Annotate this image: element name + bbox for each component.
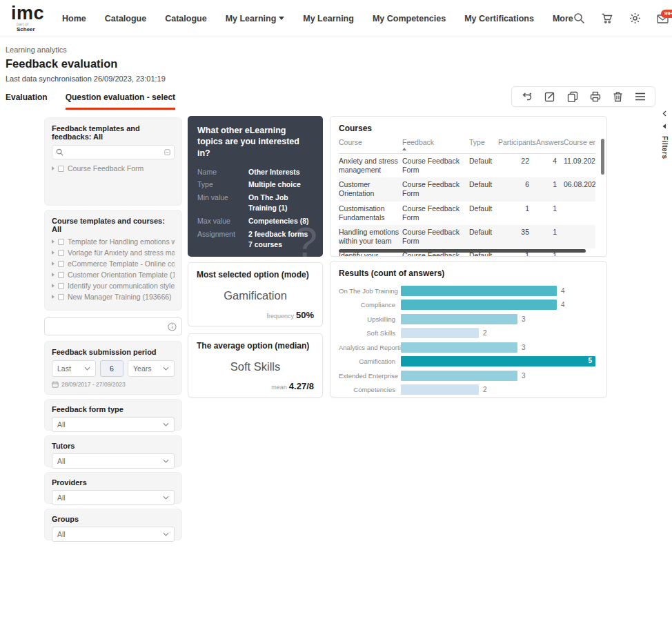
menu-icon[interactable] [635,92,646,101]
bar[interactable]: 5 [401,356,595,366]
value-label: 2 [483,329,487,337]
nav-item-more[interactable]: More [553,14,573,23]
print-icon[interactable] [590,91,601,102]
checkbox[interactable] [58,261,64,267]
checkbox[interactable] [58,272,64,278]
period-controls: Last Years [52,360,175,377]
expand-caret-icon[interactable] [52,262,55,266]
tab-question-evaluation[interactable]: Question evaluation - select [66,92,175,110]
sync-info: Last data synchronisation 26/09/2023, 23… [6,75,166,83]
nav-item-home[interactable]: Home [62,14,86,23]
tab-evaluation[interactable]: Evaluation [6,92,48,110]
expand-caret-icon[interactable] [52,284,55,288]
search-input[interactable] [63,148,164,156]
expand-caret-icon[interactable] [52,295,55,299]
field-name: NameOther Interests [197,167,313,177]
value-label: 3 [522,315,526,323]
chart-row-compliance: Compliance4 [339,298,598,313]
bar[interactable] [401,342,517,353]
checkbox[interactable] [58,294,64,300]
bar[interactable] [401,286,557,296]
nav-item-my-competencies[interactable]: My Competencies [373,14,446,23]
info-icon[interactable] [168,322,177,331]
copy-icon[interactable] [567,91,578,102]
checkbox[interactable] [58,239,64,245]
breadcrumb[interactable]: Learning analytics [6,46,67,54]
column-header-answers[interactable]: Answers [536,137,564,154]
settings-gear-icon[interactable] [629,12,641,24]
table-cell: 1 [536,225,564,248]
mail-icon[interactable]: 99+ [657,14,669,23]
nav-item-my-learning[interactable]: My Learning [226,14,285,23]
column-header-course[interactable]: Course [339,137,402,154]
submission-period-panel: Feedback submission period Last Years 28… [44,341,182,395]
results-column: Courses CourseFeedbackTypeParticipantsAn… [330,116,607,398]
horizontal-scrollbar[interactable] [339,249,586,253]
table-row[interactable]: Customisation FundamentalsCourse Feedbac… [339,202,595,225]
filter-panel-tutors: TutorsAll [44,435,182,467]
expand-caret-icon[interactable] [52,166,55,170]
feedback-form-type-select[interactable]: All [52,417,175,432]
period-unit-select[interactable]: Years [128,360,175,377]
groups-select[interactable]: All [52,527,175,542]
period-mode-select[interactable]: Last [52,360,96,377]
table-row[interactable]: Anxiety and stress managementCourse Feed… [339,154,595,178]
bar[interactable] [401,300,557,310]
column-header-participants[interactable]: Participants [498,137,536,154]
tutors-select[interactable]: All [52,453,175,469]
tree-item[interactable]: New Manager Training (193666) [52,293,175,301]
filters-tab[interactable]: Filters [661,136,669,159]
search-icon[interactable] [573,12,585,24]
collapse-chevron-icon[interactable] [662,110,668,117]
table-cell: Default [469,225,498,248]
tree-item-label: Customer Orientation Template (1753... [68,271,175,279]
expand-caret-icon[interactable] [52,251,55,255]
cart-icon[interactable] [601,12,613,24]
tree-item[interactable]: Course Feedback Form [52,164,175,173]
table-cell: Course Feedback Form [402,154,469,178]
table-row[interactable]: Customer OrientationCourse Feedback Form… [339,177,595,201]
period-amount-input[interactable] [100,360,123,377]
category-label: On The Job Training [339,287,401,295]
nav-item-my-certifications[interactable]: My Certifications [464,14,534,23]
filters-arrow-icon[interactable] [662,124,667,129]
filter-panel-feedback-form-type: Feedback form typeAll [44,399,182,431]
top-nav: imc part of Scheer HomeCatalogueCatalogu… [0,0,672,37]
tree-item[interactable]: eCommerce Template - Online course... [52,259,175,268]
bar[interactable] [401,314,517,324]
search-options-icon[interactable] [164,149,170,155]
tree-item[interactable]: Vorlage für Anxiety and stress manage... [52,248,175,257]
column-header-course-end-date[interactable]: Course end date [564,137,595,154]
imc-logo[interactable]: imc part of Scheer [11,4,44,32]
column-header-feedback[interactable]: Feedback [402,137,469,154]
tab-bar: Evaluation Question evaluation - select [6,92,175,110]
tree-item[interactable]: Template for Handling emotions with... [52,237,175,246]
table-row[interactable]: Handling emotions within your teamCourse… [339,225,595,248]
empty-input-box[interactable] [44,317,182,335]
expand-caret-icon[interactable] [52,273,55,277]
select-value: All [57,493,66,502]
bar[interactable] [401,371,517,381]
checkbox[interactable] [58,250,64,256]
edit-icon[interactable] [544,91,555,102]
period-mode-value: Last [57,364,71,373]
vertical-scrollbar[interactable] [601,139,604,175]
column-header-type[interactable]: Type [469,137,498,154]
bar[interactable] [401,384,479,395]
nav-item-my-learning-2[interactable]: My Learning [303,14,354,23]
select-value: All [57,457,66,465]
providers-select[interactable]: All [52,490,175,505]
nav-item-catalogue[interactable]: Catalogue [105,14,146,23]
nav-item-catalogue-2[interactable]: Catalogue [165,14,206,23]
checkbox[interactable] [58,166,64,172]
reset-icon[interactable] [521,92,533,102]
question-column: What other eLearning topics are you inte… [188,116,323,404]
tree-item[interactable]: Customer Orientation Template (1753... [52,271,175,279]
period-range-text: 28/09/2017 - 27/09/2023 [61,381,126,388]
category-label: Gamification [339,358,401,365]
checkbox[interactable] [58,283,64,289]
bar[interactable] [401,328,479,338]
expand-caret-icon[interactable] [52,239,55,244]
delete-trash-icon[interactable] [613,91,623,102]
tree-item[interactable]: Identify your communication style (18... [52,282,175,290]
